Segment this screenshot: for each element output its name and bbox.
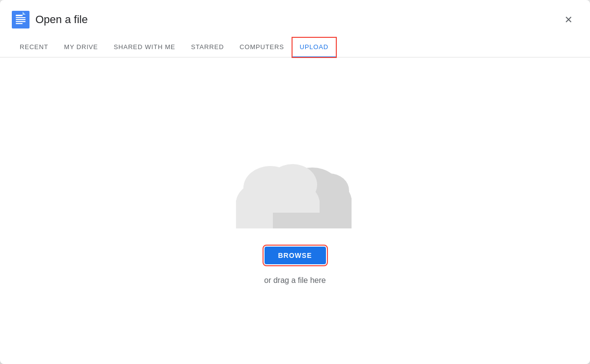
cloud-icon xyxy=(221,141,369,230)
tab-computers[interactable]: COMPUTERS xyxy=(232,37,292,57)
svg-point-12 xyxy=(268,164,317,205)
drag-text: or drag a file here xyxy=(264,276,325,285)
tab-my-drive[interactable]: MY DRIVE xyxy=(56,37,106,57)
tab-starred[interactable]: STARRED xyxy=(183,37,232,57)
svg-rect-2 xyxy=(16,17,26,18)
svg-rect-15 xyxy=(273,213,352,228)
doc-icon xyxy=(12,11,30,28)
close-button[interactable]: ✕ xyxy=(559,10,578,29)
dialog-header: Open a file ✕ xyxy=(0,0,590,29)
svg-rect-4 xyxy=(16,21,26,22)
svg-rect-5 xyxy=(16,23,23,24)
cloud-illustration xyxy=(216,137,374,235)
browse-button[interactable]: BROWSE xyxy=(265,247,326,264)
title-area: Open a file xyxy=(12,11,88,28)
tabs-bar: RECENT MY DRIVE SHARED WITH ME STARRED C… xyxy=(0,37,590,57)
tab-upload[interactable]: UPLOAD xyxy=(292,37,336,57)
svg-rect-3 xyxy=(16,19,26,20)
open-file-dialog: Open a file ✕ RECENT MY DRIVE SHARED WIT… xyxy=(0,0,590,364)
tab-recent[interactable]: RECENT xyxy=(12,37,56,57)
dialog-title: Open a file xyxy=(35,13,88,26)
tab-shared-with-me[interactable]: SHARED WITH ME xyxy=(106,37,183,57)
upload-content: BROWSE or drag a file here xyxy=(0,57,590,364)
svg-rect-1 xyxy=(16,15,23,16)
